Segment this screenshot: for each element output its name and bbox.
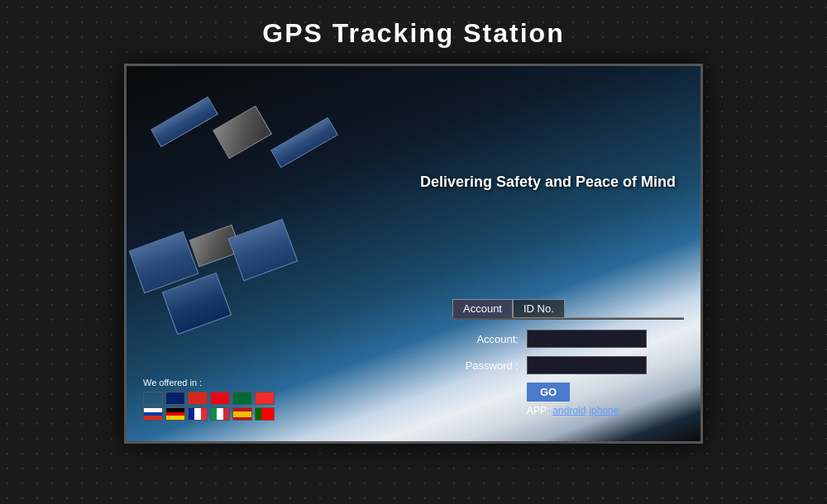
main-frame: Delivering Safety and Peace of Mind Acco…	[124, 64, 703, 444]
flag-fr	[188, 407, 208, 421]
flags-row-2	[143, 407, 275, 421]
password-input[interactable]	[527, 356, 647, 374]
iphone-link[interactable]: iphone	[589, 405, 619, 416]
flags-row-1	[143, 392, 275, 405]
sat2-panel-right	[228, 219, 299, 282]
actions-row: GO APP: android iphone	[527, 383, 684, 416]
login-panel: Account ID No. Account: Password : GO AP…	[452, 299, 684, 416]
flag-cn	[143, 392, 163, 405]
flag-pt	[255, 407, 275, 421]
flag-it	[210, 407, 230, 421]
password-row: Password :	[452, 356, 684, 374]
flag-ru	[143, 407, 163, 421]
flag-es	[232, 407, 252, 421]
app-links-row: APP: android iphone	[527, 405, 619, 416]
flag-no	[255, 392, 275, 405]
app-prefix: APP:	[527, 405, 549, 416]
android-link[interactable]: android	[552, 405, 586, 416]
sat1-panel-left	[151, 97, 218, 148]
tagline: Delivering Safety and Peace of Mind	[420, 174, 676, 191]
flag-gb	[165, 392, 185, 405]
account-input[interactable]	[527, 330, 647, 348]
tab-idno[interactable]: ID No.	[513, 299, 565, 318]
tab-divider	[452, 318, 684, 320]
flag-vn	[188, 392, 208, 405]
sat1-body	[213, 106, 272, 159]
account-label: Account:	[452, 333, 519, 345]
go-button[interactable]: GO	[527, 383, 570, 402]
password-label: Password :	[452, 359, 519, 372]
page-title: GPS Tracking Station	[0, 0, 827, 64]
flag-sa	[232, 392, 252, 405]
account-row: Account:	[452, 330, 684, 348]
tab-row: Account ID No.	[452, 299, 684, 318]
tab-account[interactable]: Account	[452, 299, 513, 318]
flags-area: We offered in :	[143, 378, 275, 421]
flag-tr	[210, 392, 230, 405]
we-offered-label: We offered in :	[143, 378, 202, 388]
flag-de	[165, 407, 185, 421]
sat1-panel-right	[270, 117, 338, 169]
tab-underline	[565, 299, 684, 318]
